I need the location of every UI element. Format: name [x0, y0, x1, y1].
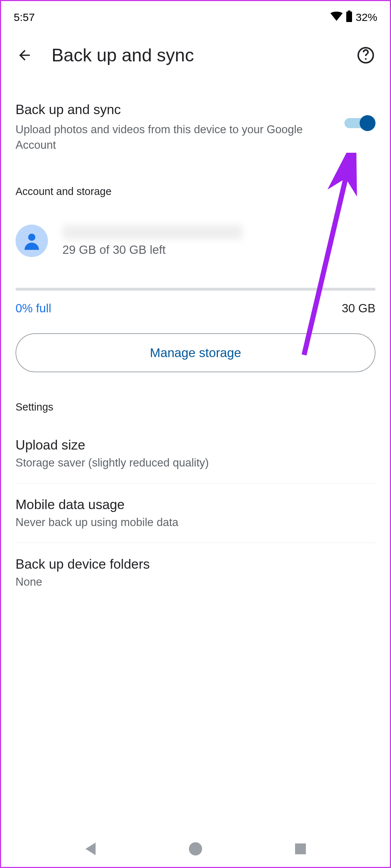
nav-home-icon: [188, 842, 203, 856]
storage-progress: [16, 288, 375, 291]
setting-subtitle: None: [16, 576, 375, 589]
avatar: [16, 225, 48, 257]
status-bar: 5:57 32%: [1, 1, 390, 34]
arrow-back-icon: [17, 47, 32, 63]
total-storage: 30 GB: [342, 301, 375, 315]
wifi-icon: [330, 11, 343, 24]
setting-subtitle: Storage saver (slightly reduced quality): [16, 456, 375, 469]
setting-title: Upload size: [16, 438, 375, 453]
nav-home-button[interactable]: [186, 840, 205, 858]
back-button[interactable]: [16, 46, 34, 64]
backup-description: Upload photos and videos from this devic…: [16, 122, 334, 153]
svg-point-1: [28, 234, 35, 241]
section-settings: Settings: [16, 387, 375, 424]
storage-summary: 0% full 30 GB: [16, 291, 375, 333]
setting-title: Back up device folders: [16, 557, 375, 572]
setting-mobile-data[interactable]: Mobile data usage Never back up using mo…: [16, 483, 375, 543]
nav-back-button[interactable]: [82, 840, 100, 858]
app-bar: Back up and sync: [1, 34, 390, 77]
setting-subtitle: Never back up using mobile data: [16, 516, 375, 529]
manage-button-label: Manage storage: [150, 346, 241, 360]
storage-left: 29 GB of 30 GB left: [62, 243, 375, 257]
switch-thumb: [360, 115, 375, 131]
help-icon: [357, 46, 375, 64]
manage-storage-button[interactable]: Manage storage: [16, 333, 375, 372]
nav-recents-icon: [294, 842, 307, 855]
setting-title: Mobile data usage: [16, 497, 375, 512]
nav-recents-button[interactable]: [291, 840, 309, 858]
help-button[interactable]: [356, 45, 375, 65]
page-title: Back up and sync: [52, 45, 338, 66]
backup-title: Back up and sync: [16, 102, 334, 117]
battery-icon: [346, 10, 353, 25]
status-right: 32%: [330, 10, 377, 25]
status-time: 5:57: [14, 11, 35, 23]
person-icon: [21, 230, 43, 252]
setting-device-folders[interactable]: Back up device folders None: [16, 543, 375, 602]
section-account: Account and storage: [16, 171, 375, 208]
nav-back-icon: [84, 841, 97, 856]
backup-switch[interactable]: [344, 113, 375, 133]
svg-rect-4: [295, 843, 306, 854]
battery-percent: 32%: [356, 11, 377, 23]
account-email-redacted: [62, 225, 243, 239]
svg-point-3: [189, 842, 202, 856]
setting-upload-size[interactable]: Upload size Storage saver (slightly redu…: [16, 424, 375, 483]
backup-toggle-row[interactable]: Back up and sync Upload photos and video…: [16, 77, 375, 171]
account-row[interactable]: 29 GB of 30 GB left: [16, 208, 375, 277]
percent-full: 0% full: [16, 301, 51, 315]
nav-bar: [2, 831, 389, 867]
